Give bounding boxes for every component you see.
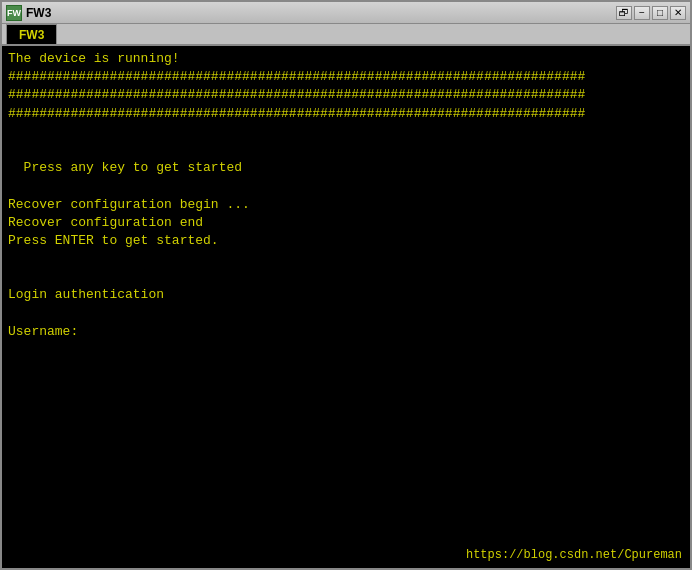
window-icon: FW: [6, 5, 22, 21]
tab-fw3[interactable]: FW3: [6, 24, 57, 44]
restore-button[interactable]: 🗗: [616, 6, 632, 20]
terminal-line-14: [8, 305, 684, 323]
title-bar-left: FW FW3: [6, 5, 51, 21]
terminal-line-0: The device is running!: [8, 50, 684, 68]
terminal-line-5: [8, 141, 684, 159]
terminal-line-12: [8, 268, 684, 286]
terminal-line-10: Press ENTER to get started.: [8, 232, 684, 250]
main-window: FW FW3 🗗 − □ ✕ FW3 The device is running…: [0, 0, 692, 570]
terminal-line-11: [8, 250, 684, 268]
terminal-line-4: [8, 123, 684, 141]
terminal-line-13: Login authentication: [8, 286, 684, 304]
minimize-button[interactable]: −: [634, 6, 650, 20]
maximize-button[interactable]: □: [652, 6, 668, 20]
window-title: FW3: [26, 6, 51, 20]
title-bar: FW FW3 🗗 − □ ✕: [2, 2, 690, 24]
url-watermark: https://blog.csdn.net/Cpureman: [466, 548, 682, 562]
terminal-line-2: ########################################…: [8, 86, 684, 104]
terminal-line-1: ########################################…: [8, 68, 684, 86]
terminal-line-3: ########################################…: [8, 105, 684, 123]
tab-label: FW3: [19, 28, 44, 42]
terminal-area[interactable]: The device is running! #################…: [2, 46, 690, 568]
terminal-line-8: Recover configuration begin ...: [8, 196, 684, 214]
terminal-line-9: Recover configuration end: [8, 214, 684, 232]
close-button[interactable]: ✕: [670, 6, 686, 20]
tab-bar: FW3: [2, 24, 690, 46]
terminal-line-15: Username:: [8, 323, 684, 341]
terminal-line-6: Press any key to get started: [8, 159, 684, 177]
title-bar-buttons: 🗗 − □ ✕: [616, 6, 686, 20]
terminal-line-7: [8, 177, 684, 195]
window-icon-text: FW: [7, 8, 21, 18]
